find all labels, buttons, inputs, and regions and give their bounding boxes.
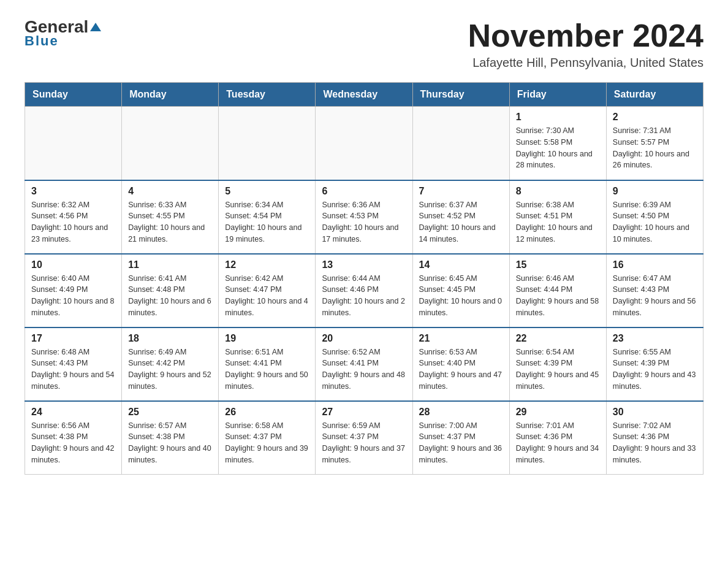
table-row: 10Sunrise: 6:40 AMSunset: 4:49 PMDayligh… [25, 254, 122, 327]
day-number: 4 [128, 186, 212, 197]
day-number: 14 [419, 259, 503, 270]
day-info: Sunrise: 7:01 AMSunset: 4:36 PMDaylight:… [516, 420, 600, 466]
day-info: Sunrise: 6:52 AMSunset: 4:41 PMDaylight:… [322, 347, 406, 393]
table-row [219, 107, 316, 180]
logo: General Blue [25, 18, 101, 49]
table-row: 1Sunrise: 7:30 AMSunset: 5:58 PMDaylight… [509, 107, 606, 180]
calendar-title: November 2024 [468, 18, 703, 53]
day-number: 11 [128, 259, 212, 270]
table-row: 21Sunrise: 6:53 AMSunset: 4:40 PMDayligh… [412, 327, 509, 401]
day-number: 19 [225, 333, 309, 344]
day-info: Sunrise: 6:36 AMSunset: 4:53 PMDaylight:… [322, 199, 406, 245]
day-number: 8 [516, 186, 600, 197]
header-wednesday: Wednesday [316, 83, 412, 107]
table-row: 15Sunrise: 6:46 AMSunset: 4:44 PMDayligh… [509, 254, 606, 327]
day-info: Sunrise: 6:54 AMSunset: 4:39 PMDaylight:… [516, 347, 600, 393]
table-row: 17Sunrise: 6:48 AMSunset: 4:43 PMDayligh… [25, 327, 122, 401]
logo-blue-text: Blue [25, 33, 59, 49]
day-info: Sunrise: 6:39 AMSunset: 4:50 PMDaylight:… [613, 199, 697, 245]
week-row-4: 17Sunrise: 6:48 AMSunset: 4:43 PMDayligh… [25, 327, 703, 401]
day-number: 13 [322, 259, 406, 270]
day-info: Sunrise: 6:44 AMSunset: 4:46 PMDaylight:… [322, 273, 406, 319]
day-info: Sunrise: 7:30 AMSunset: 5:58 PMDaylight:… [516, 125, 600, 171]
week-row-1: 1Sunrise: 7:30 AMSunset: 5:58 PMDaylight… [25, 107, 703, 180]
table-row: 25Sunrise: 6:57 AMSunset: 4:38 PMDayligh… [122, 401, 219, 475]
table-row: 7Sunrise: 6:37 AMSunset: 4:52 PMDaylight… [412, 180, 509, 254]
table-row [25, 107, 122, 180]
table-row: 3Sunrise: 6:32 AMSunset: 4:56 PMDaylight… [25, 180, 122, 254]
week-row-5: 24Sunrise: 6:56 AMSunset: 4:38 PMDayligh… [25, 401, 703, 475]
table-row: 29Sunrise: 7:01 AMSunset: 4:36 PMDayligh… [509, 401, 606, 475]
table-row: 4Sunrise: 6:33 AMSunset: 4:55 PMDaylight… [122, 180, 219, 254]
table-row: 28Sunrise: 7:00 AMSunset: 4:37 PMDayligh… [412, 401, 509, 475]
table-row: 27Sunrise: 6:59 AMSunset: 4:37 PMDayligh… [316, 401, 412, 475]
table-row: 14Sunrise: 6:45 AMSunset: 4:45 PMDayligh… [412, 254, 509, 327]
calendar-table: Sunday Monday Tuesday Wednesday Thursday… [25, 82, 703, 475]
table-row: 11Sunrise: 6:41 AMSunset: 4:48 PMDayligh… [122, 254, 219, 327]
location-subtitle: Lafayette Hill, Pennsylvania, United Sta… [468, 56, 703, 70]
table-row: 12Sunrise: 6:42 AMSunset: 4:47 PMDayligh… [219, 254, 316, 327]
table-row: 22Sunrise: 6:54 AMSunset: 4:39 PMDayligh… [509, 327, 606, 401]
day-info: Sunrise: 7:02 AMSunset: 4:36 PMDaylight:… [613, 420, 697, 466]
table-row [316, 107, 412, 180]
day-number: 29 [516, 407, 600, 418]
day-number: 25 [128, 407, 212, 418]
day-info: Sunrise: 6:42 AMSunset: 4:47 PMDaylight:… [225, 273, 309, 319]
table-row: 19Sunrise: 6:51 AMSunset: 4:41 PMDayligh… [219, 327, 316, 401]
day-number: 3 [31, 186, 115, 197]
table-row: 20Sunrise: 6:52 AMSunset: 4:41 PMDayligh… [316, 327, 412, 401]
table-row [122, 107, 219, 180]
day-info: Sunrise: 6:32 AMSunset: 4:56 PMDaylight:… [31, 199, 115, 245]
day-number: 7 [419, 186, 503, 197]
page-header: General Blue November 2024 Lafayette Hil… [25, 18, 703, 70]
day-number: 20 [322, 333, 406, 344]
header-sunday: Sunday [25, 83, 122, 107]
week-row-3: 10Sunrise: 6:40 AMSunset: 4:49 PMDayligh… [25, 254, 703, 327]
day-number: 21 [419, 333, 503, 344]
header-monday: Monday [122, 83, 219, 107]
day-info: Sunrise: 6:56 AMSunset: 4:38 PMDaylight:… [31, 420, 115, 466]
table-row: 30Sunrise: 7:02 AMSunset: 4:36 PMDayligh… [606, 401, 703, 475]
day-info: Sunrise: 7:31 AMSunset: 5:57 PMDaylight:… [613, 125, 697, 171]
table-row: 13Sunrise: 6:44 AMSunset: 4:46 PMDayligh… [316, 254, 412, 327]
day-number: 1 [516, 112, 600, 123]
table-row [412, 107, 509, 180]
header-tuesday: Tuesday [219, 83, 316, 107]
day-info: Sunrise: 6:38 AMSunset: 4:51 PMDaylight:… [516, 199, 600, 245]
header-thursday: Thursday [412, 83, 509, 107]
day-info: Sunrise: 6:45 AMSunset: 4:45 PMDaylight:… [419, 273, 503, 319]
day-number: 9 [613, 186, 697, 197]
day-info: Sunrise: 6:41 AMSunset: 4:48 PMDaylight:… [128, 273, 212, 319]
table-row: 9Sunrise: 6:39 AMSunset: 4:50 PMDaylight… [606, 180, 703, 254]
day-info: Sunrise: 6:51 AMSunset: 4:41 PMDaylight:… [225, 347, 309, 393]
header-saturday: Saturday [606, 83, 703, 107]
day-number: 12 [225, 259, 309, 270]
day-number: 26 [225, 407, 309, 418]
day-number: 2 [613, 112, 697, 123]
title-area: November 2024 Lafayette Hill, Pennsylvan… [468, 18, 703, 70]
table-row: 26Sunrise: 6:58 AMSunset: 4:37 PMDayligh… [219, 401, 316, 475]
table-row: 16Sunrise: 6:47 AMSunset: 4:43 PMDayligh… [606, 254, 703, 327]
day-info: Sunrise: 6:34 AMSunset: 4:54 PMDaylight:… [225, 199, 309, 245]
week-row-2: 3Sunrise: 6:32 AMSunset: 4:56 PMDaylight… [25, 180, 703, 254]
day-info: Sunrise: 6:40 AMSunset: 4:49 PMDaylight:… [31, 273, 115, 319]
weekday-header-row: Sunday Monday Tuesday Wednesday Thursday… [25, 83, 703, 107]
table-row: 2Sunrise: 7:31 AMSunset: 5:57 PMDaylight… [606, 107, 703, 180]
table-row: 18Sunrise: 6:49 AMSunset: 4:42 PMDayligh… [122, 327, 219, 401]
table-row: 8Sunrise: 6:38 AMSunset: 4:51 PMDaylight… [509, 180, 606, 254]
day-info: Sunrise: 7:00 AMSunset: 4:37 PMDaylight:… [419, 420, 503, 466]
day-number: 10 [31, 259, 115, 270]
day-info: Sunrise: 6:53 AMSunset: 4:40 PMDaylight:… [419, 347, 503, 393]
day-number: 27 [322, 407, 406, 418]
day-number: 30 [613, 407, 697, 418]
day-number: 22 [516, 333, 600, 344]
day-number: 18 [128, 333, 212, 344]
day-info: Sunrise: 6:46 AMSunset: 4:44 PMDaylight:… [516, 273, 600, 319]
table-row: 5Sunrise: 6:34 AMSunset: 4:54 PMDaylight… [219, 180, 316, 254]
day-number: 17 [31, 333, 115, 344]
day-info: Sunrise: 6:37 AMSunset: 4:52 PMDaylight:… [419, 199, 503, 245]
table-row: 6Sunrise: 6:36 AMSunset: 4:53 PMDaylight… [316, 180, 412, 254]
day-number: 16 [613, 259, 697, 270]
day-info: Sunrise: 6:49 AMSunset: 4:42 PMDaylight:… [128, 347, 212, 393]
day-info: Sunrise: 6:59 AMSunset: 4:37 PMDaylight:… [322, 420, 406, 466]
